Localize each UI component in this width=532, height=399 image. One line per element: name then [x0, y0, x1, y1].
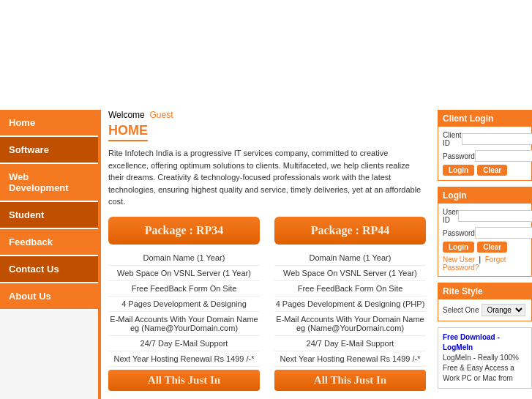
login-password-input[interactable] [475, 227, 532, 239]
pkg0-row0: Domain Name (1 Year) [108, 250, 260, 266]
package-rp34: Package : RP34 Domain Name (1 Year) Web … [108, 217, 260, 391]
page-title: HOME [108, 123, 148, 141]
package-rp44-banner: Package : RP44 [274, 217, 426, 245]
free-download-text: LogMeIn - Really 100% Free & Easy Access… [443, 354, 519, 382]
free-download-box: Free Download - LogMeIn LogMeIn - Really… [438, 327, 532, 389]
login-clear-button[interactable]: Clear [477, 242, 507, 253]
pkg0-row4: E-Mail Accounts With Your Domain Name eg… [108, 312, 260, 336]
client-id-input[interactable] [462, 133, 532, 145]
style-select-label: Select One [443, 306, 479, 314]
client-login-btns: Login Clear [443, 165, 527, 176]
sidebar-item-about-us[interactable]: About Us [0, 283, 98, 310]
pkg0-row5: 24/7 Day E-Mail Support [108, 336, 260, 351]
sidebar-item-feedback[interactable]: Feedback [0, 229, 98, 256]
login-password-label: Password [443, 229, 475, 237]
client-password-row: Password [443, 150, 527, 162]
sidebar-item-home[interactable]: Home [0, 110, 98, 137]
sidebar-item-student[interactable]: Student [0, 202, 98, 229]
pkg1-row1: Web Space On VSNL Server (1 Year) [274, 266, 426, 281]
package-rp44: Package : RP44 Domain Name (1 Year) Web … [274, 217, 426, 391]
package-rp34-banner: Package : RP34 [108, 217, 260, 245]
free-download-link[interactable]: Free Download - LogMeIn [443, 333, 500, 351]
sidebar: Home Software Web Development Student Fe… [0, 110, 98, 399]
sidebar-item-web-development[interactable]: Web Development [0, 164, 98, 202]
style-select[interactable]: Orange Blue Green [482, 304, 525, 316]
pkg0-all-this: All This Just In [108, 370, 260, 391]
rite-style-box: Rite Style Select One Orange Blue Green [438, 283, 532, 321]
login-btns: Login Clear [443, 242, 527, 253]
client-password-label: Password [443, 152, 475, 160]
pkg1-row5: 24/7 Day E-Mail Support [274, 336, 426, 351]
pkg1-row4: E-Mail Accounts With Your Domain Name eg… [274, 312, 426, 336]
package-rp44-title: Package : RP44 [282, 224, 419, 237]
right-sidebar: Client Login Client ID Password Login Cl… [433, 110, 532, 399]
new-user-link[interactable]: New User [443, 256, 475, 264]
main-content: Welcome Guest HOME Rite Infotech India i… [101, 110, 433, 399]
client-login-button[interactable]: Login [443, 165, 474, 176]
client-id-label: Client ID [443, 131, 462, 147]
intro-paragraph: Rite Infotech India is a progressive IT … [108, 147, 426, 208]
client-login-body: Client ID Password Login Clear [438, 127, 531, 180]
user-id-input[interactable] [458, 210, 532, 222]
pkg0-row2: Free FeedBack Form On Site [108, 281, 260, 297]
sidebar-item-software[interactable]: Software [0, 137, 98, 164]
login-box: Login User ID Password Login Clear New U… [438, 187, 532, 277]
rite-style-body: Select One Orange Blue Green [438, 299, 531, 321]
sidebar-item-contact-us[interactable]: Contact Us [0, 256, 98, 283]
pkg1-row0: Domain Name (1 Year) [274, 250, 426, 266]
guest-link[interactable]: Guest [149, 110, 173, 120]
pkg0-row6: Next Year Hosting Renewal Rs 1499 /-* [108, 351, 260, 367]
client-id-row: Client ID [443, 131, 527, 147]
login-header: Login [438, 187, 531, 204]
pkg0-row1: Web Space On VSNL Server (1 Year) [108, 266, 260, 281]
user-id-label: User ID [443, 208, 458, 224]
client-password-input[interactable] [475, 150, 532, 162]
login-password-row: Password [443, 227, 527, 239]
pkg1-row6: Next Year Hosting Renewal Rs 1499 /-* [274, 351, 426, 367]
package-rp34-title: Package : RP34 [116, 224, 252, 237]
client-clear-button[interactable]: Clear [477, 165, 507, 176]
welcome-text: Welcome [108, 110, 145, 120]
welcome-bar: Welcome Guest [108, 110, 426, 120]
pkg1-all-this: All This Just In [274, 370, 426, 391]
login-button[interactable]: Login [443, 242, 474, 253]
client-login-header: Client Login [438, 111, 531, 127]
rite-style-header: Rite Style [438, 283, 531, 299]
user-id-row: User ID [443, 208, 527, 224]
pkg0-row3: 4 Pages Development & Designing [108, 297, 260, 312]
client-login-box: Client Login Client ID Password Login Cl… [438, 110, 532, 181]
pkg1-row3: 4 Pages Development & Designing (PHP) [274, 297, 426, 312]
pkg1-row2: Free FeedBack Form On Site [274, 281, 426, 297]
packages-row: Package : RP34 Domain Name (1 Year) Web … [108, 217, 426, 391]
login-body: User ID Password Login Clear New User | … [438, 204, 531, 276]
login-links: New User | Forgot Password? [443, 256, 527, 272]
